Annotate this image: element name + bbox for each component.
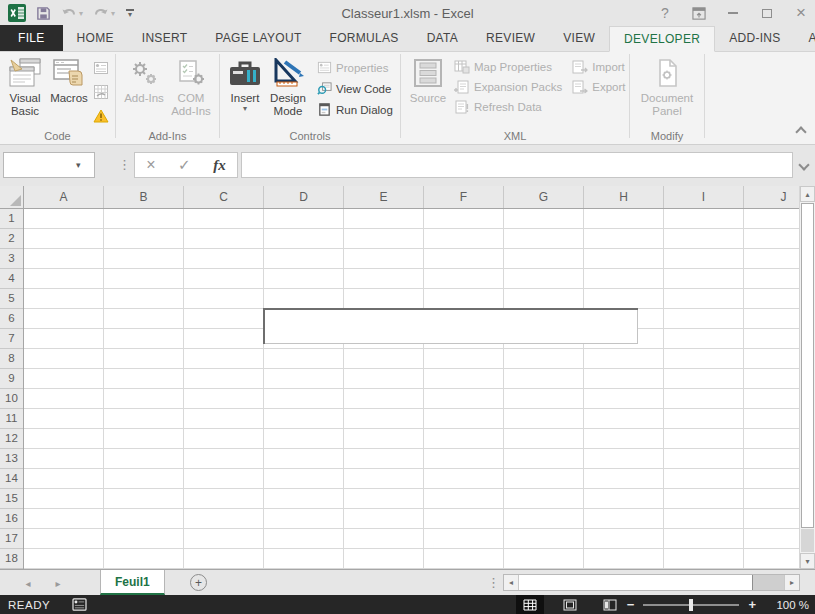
select-all-button[interactable] — [0, 186, 24, 209]
expand-formula-bar-icon[interactable] — [798, 159, 809, 170]
row-header-4[interactable]: 4 — [0, 269, 23, 289]
undo-button[interactable]: ▾ — [61, 6, 83, 20]
close-button[interactable]: × — [793, 5, 809, 21]
vscroll-thumb[interactable] — [801, 203, 814, 528]
run-dialog-button[interactable]: Run Dialog — [317, 102, 393, 117]
vscroll-up-arrow[interactable]: ▴ — [800, 186, 815, 202]
insert-function-button[interactable]: fx — [213, 157, 226, 174]
map-properties-button[interactable]: Map Properties — [454, 60, 562, 74]
name-box-input[interactable] — [4, 154, 74, 176]
row-header-17[interactable]: 17 — [0, 529, 23, 549]
zoom-slider[interactable] — [643, 604, 739, 606]
zoom-out-button[interactable]: − — [627, 597, 635, 612]
formula-input[interactable] — [242, 153, 792, 177]
macro-security-button[interactable] — [92, 107, 110, 125]
column-header-f[interactable]: F — [424, 186, 504, 209]
sheet-nav-left-button[interactable]: ◂ — [16, 570, 40, 596]
textbox-control[interactable] — [263, 308, 638, 344]
record-macro-button[interactable] — [92, 59, 110, 77]
xml-source-button[interactable]: Source — [406, 52, 450, 124]
sheet-nav-right-button[interactable]: ▸ — [46, 570, 70, 596]
normal-view-button[interactable] — [516, 595, 544, 614]
import-button[interactable]: Import — [572, 60, 625, 74]
column-header-e[interactable]: E — [344, 186, 424, 209]
tab-developer[interactable]: DEVELOPER — [609, 26, 715, 52]
export-button[interactable]: Export — [572, 80, 625, 94]
name-box-dropdown-icon[interactable]: ▾ — [76, 160, 81, 170]
document-panel-button[interactable]: Document Panel — [635, 52, 699, 124]
new-sheet-button[interactable]: + — [190, 574, 207, 591]
zoom-percentage[interactable]: 100 % — [765, 599, 809, 611]
horizontal-scrollbar[interactable]: ◂ ▸ — [503, 574, 800, 591]
cells-area[interactable] — [24, 209, 799, 569]
add-ins-button[interactable]: Add-Ins — [121, 52, 167, 124]
design-mode-button[interactable]: Design Mode — [265, 52, 311, 124]
zoom-in-button[interactable]: + — [748, 597, 756, 612]
tab-file[interactable]: FILE — [0, 25, 63, 51]
tab-antidote[interactable]: ANTIDOTE — [795, 25, 815, 51]
formula-input-bar[interactable] — [241, 152, 793, 178]
column-header-b[interactable]: B — [104, 186, 184, 209]
row-header-7[interactable]: 7 — [0, 329, 23, 349]
macros-button[interactable]: Macros — [46, 52, 92, 124]
name-box[interactable]: ▾ — [3, 152, 95, 178]
vscroll-track[interactable] — [801, 529, 814, 552]
row-header-18[interactable]: 18 — [0, 549, 23, 569]
tab-review[interactable]: REVIEW — [472, 25, 549, 51]
tab-formulas[interactable]: FORMULAS — [316, 25, 413, 51]
tab-page-layout[interactable]: PAGE LAYOUT — [201, 25, 315, 51]
view-code-button[interactable]: View Code — [317, 81, 393, 96]
tab-insert[interactable]: INSERT — [128, 25, 202, 51]
save-button[interactable] — [36, 6, 51, 21]
row-header-8[interactable]: 8 — [0, 349, 23, 369]
column-header-c[interactable]: C — [184, 186, 264, 209]
refresh-data-button[interactable]: Refresh Data — [454, 100, 562, 114]
row-header-12[interactable]: 12 — [0, 429, 23, 449]
row-header-1[interactable]: 1 — [0, 209, 23, 229]
column-header-h[interactable]: H — [584, 186, 664, 209]
ribbon-display-options-button[interactable] — [691, 5, 707, 21]
redo-button[interactable]: ▾ — [93, 6, 115, 20]
column-header-a[interactable]: A — [24, 186, 104, 209]
column-header-j[interactable]: J — [744, 186, 799, 209]
hscroll-thumb[interactable] — [519, 575, 753, 590]
undo-dropdown-icon[interactable]: ▾ — [79, 9, 83, 18]
restore-button[interactable] — [759, 5, 775, 21]
page-break-preview-button[interactable] — [596, 595, 624, 614]
tab-bar-divider[interactable]: ⋮ — [487, 575, 500, 590]
column-header-g[interactable]: G — [504, 186, 584, 209]
row-header-2[interactable]: 2 — [0, 229, 23, 249]
use-relative-references-button[interactable] — [92, 83, 110, 101]
row-header-6[interactable]: 6 — [0, 309, 23, 329]
tab-data[interactable]: DATA — [413, 25, 472, 51]
hscroll-left-arrow[interactable]: ◂ — [504, 575, 519, 590]
row-header-9[interactable]: 9 — [0, 369, 23, 389]
hscroll-track[interactable] — [753, 575, 784, 590]
sheet-tab-feuil1[interactable]: Feuil1 — [100, 570, 165, 595]
expansion-packs-button[interactable]: Expansion Packs — [454, 80, 562, 94]
cancel-entry-button[interactable]: × — [146, 156, 155, 174]
insert-control-button[interactable]: Insert ▾ — [225, 52, 265, 124]
vscroll-down-arrow[interactable]: ▾ — [800, 553, 815, 569]
zoom-slider-thumb[interactable] — [689, 599, 693, 611]
row-header-16[interactable]: 16 — [0, 509, 23, 529]
row-header-15[interactable]: 15 — [0, 489, 23, 509]
redo-dropdown-icon[interactable]: ▾ — [111, 9, 115, 18]
row-header-13[interactable]: 13 — [0, 449, 23, 469]
row-header-5[interactable]: 5 — [0, 289, 23, 309]
tab-view[interactable]: VIEW — [549, 25, 609, 51]
row-header-3[interactable]: 3 — [0, 249, 23, 269]
minimize-button[interactable] — [725, 5, 741, 21]
qat-customize-button[interactable]: ▾ — [125, 9, 135, 18]
hscroll-right-arrow[interactable]: ▸ — [784, 575, 799, 590]
column-header-i[interactable]: I — [664, 186, 744, 209]
page-layout-view-button[interactable] — [556, 595, 584, 614]
vertical-scrollbar[interactable]: ▴ ▾ — [799, 186, 815, 569]
com-add-ins-button[interactable]: COM Add-Ins — [167, 52, 215, 124]
help-button[interactable]: ? — [657, 5, 673, 21]
tab-home[interactable]: HOME — [63, 25, 128, 51]
visual-basic-button[interactable]: Visual Basic — [4, 52, 46, 124]
properties-button[interactable]: Properties — [317, 60, 393, 75]
row-header-10[interactable]: 10 — [0, 389, 23, 409]
macro-record-button[interactable] — [72, 598, 87, 611]
